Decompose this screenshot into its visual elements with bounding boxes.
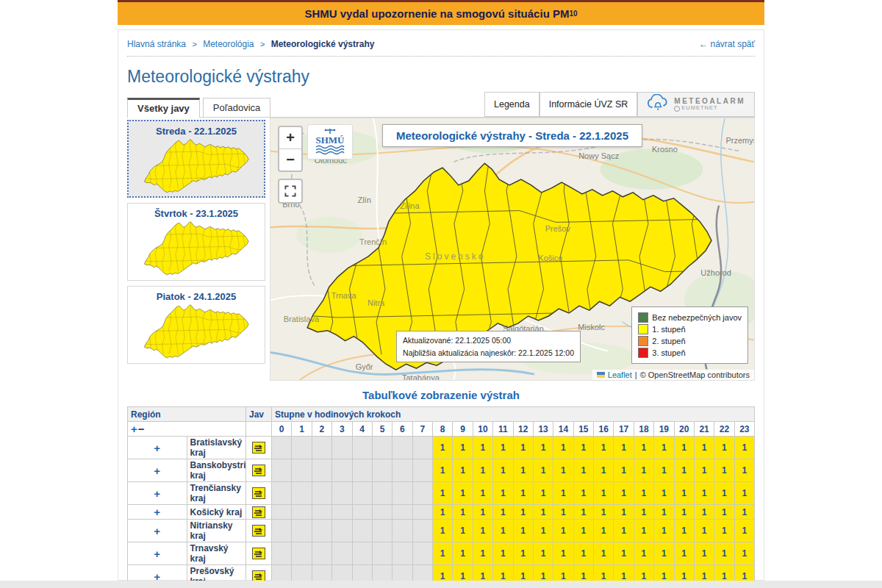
city-label-krosno: Krosno — [652, 145, 678, 154]
alert-banner-text: SHMU vydal upozornenie na smogovú situác… — [304, 7, 569, 20]
breadcrumb-home-link[interactable]: Hlavná stránka — [127, 39, 186, 49]
tab-all-phenomena[interactable]: Všetky javy — [127, 98, 200, 118]
fog-warning-icon — [252, 525, 265, 537]
hour-cell-16: 1 — [594, 459, 614, 482]
tab-poladovica[interactable]: Poľadovica — [203, 98, 271, 117]
city-label-miskolc: Miskolc — [578, 323, 605, 331]
hour-cell-9: 1 — [453, 459, 473, 482]
hour-cell-20: 1 — [674, 459, 694, 482]
hour-cell-22: 1 — [714, 437, 734, 459]
hour-cell-6 — [392, 542, 412, 565]
hour-cell-16: 1 — [594, 482, 614, 505]
hour-cell-18: 1 — [634, 520, 653, 542]
jav-cell — [246, 542, 272, 565]
fullscreen-button[interactable] — [278, 179, 303, 204]
hour-header-22: 22 — [714, 422, 734, 437]
hour-cell-13: 1 — [533, 482, 553, 505]
table-row-2: + Trenčiansky kraj 1111111111111111 — [128, 482, 755, 505]
hour-cell-10: 1 — [473, 437, 492, 459]
hour-cell-23: 1 — [734, 542, 754, 565]
shmu-logo[interactable]: SHMÚ — [307, 124, 353, 159]
city-label-nowy-s-cz: Nowy Sącz — [578, 151, 619, 160]
hour-cell-5 — [372, 459, 392, 482]
osm-attribution[interactable]: © OpenStreetMap contributors — [640, 370, 750, 379]
hour-header-10: 10 — [473, 422, 492, 437]
hour-cell-11: 1 — [493, 459, 513, 482]
hour-header-15: 15 — [573, 422, 593, 437]
alert-banner[interactable]: SHMU vydal upozornenie na smogovú situác… — [118, 0, 764, 25]
next-update: Najbližšia aktualizácia najneskôr: 22.1.… — [403, 347, 574, 359]
warning-map[interactable]: OlomoucOstravaBrnoZlínNowy SączKrosnoPrz… — [270, 118, 755, 381]
column-header-steps: Stupne v hodinových krokoch — [272, 407, 755, 422]
hour-cell-7 — [412, 542, 432, 565]
hour-header-16: 16 — [594, 422, 614, 437]
hour-cell-3 — [332, 505, 352, 520]
hour-header-20: 20 — [674, 422, 694, 437]
tab-bar: Všetky javy Poľadovica Legenda Informáci… — [127, 96, 755, 118]
fog-warning-icon — [252, 548, 265, 559]
hour-cell-5 — [372, 520, 392, 542]
hour-cell-23: 1 — [734, 520, 754, 542]
expand-row-button[interactable]: + — [128, 437, 187, 459]
fog-warning-icon — [252, 487, 265, 499]
dotted-separator — [127, 56, 755, 57]
breadcrumb-row: Hlavná stránka > Meteorológia > Meteorol… — [127, 39, 755, 49]
breadcrumb-separator: > — [192, 40, 196, 49]
hour-cell-23: 1 — [734, 482, 754, 505]
city-label-gy-r: Győr — [356, 362, 373, 371]
hour-cell-19: 1 — [654, 542, 674, 565]
day-thumbnail-0[interactable]: Streda - 22.1.2025 — [127, 120, 265, 198]
leaflet-link[interactable]: Leaflet — [608, 370, 632, 379]
hour-header-1: 1 — [292, 422, 312, 437]
expand-row-button[interactable]: + — [128, 542, 187, 565]
breadcrumb-meteorology-link[interactable]: Meteorológia — [203, 39, 254, 49]
hour-cell-13: 1 — [533, 505, 553, 520]
meteoalarm-button[interactable]: METEOALARM EUMETNET — [637, 92, 755, 117]
zoom-out-button[interactable]: − — [279, 149, 301, 171]
legend-label: 2. stupeň — [652, 337, 685, 345]
hour-cell-11: 1 — [493, 505, 513, 520]
hour-cell-9: 1 — [453, 505, 473, 520]
hour-cell-12: 1 — [513, 542, 533, 565]
expand-row-button[interactable]: + — [128, 482, 187, 505]
hour-cell-12: 1 — [513, 520, 533, 542]
legend-item: 3. stupeň — [638, 348, 742, 358]
hour-cell-7 — [412, 437, 432, 459]
expand-row-button[interactable]: + — [128, 505, 187, 520]
expand-row-button[interactable]: + — [128, 520, 187, 542]
hour-header-13: 13 — [533, 422, 553, 437]
hour-cell-4 — [352, 520, 372, 542]
day-thumbnail-1[interactable]: Štvrtok - 23.1.2025 — [127, 203, 265, 281]
hour-cell-18: 1 — [634, 542, 653, 565]
hour-cell-22: 1 — [714, 542, 734, 565]
hour-cell-2 — [312, 459, 331, 482]
legend-button[interactable]: Legenda — [484, 92, 539, 117]
thumbnail-map — [131, 303, 262, 360]
expand-all-button[interactable]: + — [131, 423, 137, 435]
hour-cell-8: 1 — [433, 437, 453, 459]
collapse-all-button[interactable]: − — [138, 423, 145, 435]
hour-cell-17: 1 — [614, 505, 634, 520]
hour-cell-15: 1 — [573, 437, 593, 459]
hour-cell-20: 1 — [674, 437, 694, 459]
attribution-separator: | — [635, 370, 637, 379]
city-label-pre-ov: Prešov — [545, 224, 570, 233]
hour-cell-4 — [352, 542, 372, 565]
updated-at: Aktualizované: 22.1.2025 05:00 — [403, 334, 574, 346]
day-thumbnails: Streda - 22.1.2025 Štvrtok - 23.1.2025 P… — [127, 118, 265, 381]
jav-cell — [246, 505, 272, 520]
expand-row-button[interactable]: + — [128, 459, 187, 482]
hour-cell-17: 1 — [614, 482, 634, 505]
back-link[interactable]: ← návrat späť — [699, 39, 755, 49]
table-row-3: + Košický kraj 1111111111111111 — [128, 505, 755, 520]
day-thumbnail-2[interactable]: Piatok - 24.1.2025 — [127, 286, 265, 364]
region-name: Košický kraj — [187, 505, 246, 520]
table-row-4: + Nitriansky kraj 1111111111111111 — [128, 520, 755, 542]
uvz-info-button[interactable]: Informácie ÚVZ SR — [539, 92, 638, 117]
region-name: Trnavský kraj — [187, 542, 246, 565]
hour-cell-5 — [372, 482, 392, 505]
hour-cell-14: 1 — [553, 459, 573, 482]
hour-cell-1 — [292, 505, 312, 520]
zoom-in-button[interactable]: + — [279, 127, 301, 149]
alert-banner-subscript: 10 — [569, 10, 577, 18]
